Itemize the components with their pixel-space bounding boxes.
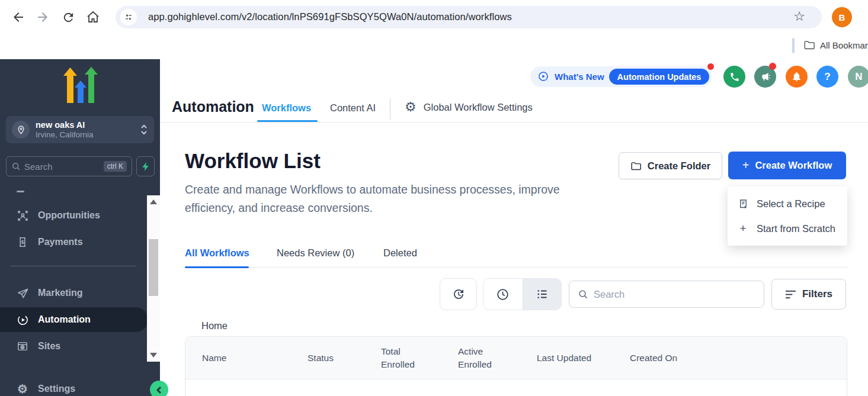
menu-item-label: Start from Scratch <box>757 223 835 234</box>
column-header-total-enrolled: Total Enrolled <box>381 345 428 371</box>
sidebar-scrollbar[interactable] <box>147 195 160 362</box>
tab-workflows[interactable]: Workflows <box>262 102 311 114</box>
whats-new-pill[interactable]: What's New Automation Updates <box>530 66 712 87</box>
tab-needs-review[interactable]: Needs Review (0) <box>277 247 354 259</box>
automation-updates-badge[interactable]: Automation Updates <box>609 69 710 85</box>
phone-button[interactable] <box>723 66 745 88</box>
sidebar-search[interactable]: ctrl K <box>6 156 132 176</box>
workflow-list-title: Workflow List <box>185 149 321 173</box>
location-selector[interactable]: new oaks AI Irvine, California <box>6 116 154 143</box>
bookmark-star-icon[interactable]: ☆ <box>793 9 805 24</box>
column-header-last-updated: Last Updated <box>537 352 591 365</box>
sidebar-item-label: Automation <box>38 314 91 325</box>
column-header-created-on: Created On <box>630 352 677 365</box>
global-workflow-settings-link[interactable]: ⚙ Global Workflow Settings <box>405 101 533 114</box>
create-workflow-button[interactable]: + Create Workflow <box>728 152 846 179</box>
column-header-status: Status <box>308 352 334 365</box>
user-avatar[interactable]: N <box>848 66 868 88</box>
site-settings-icon[interactable] <box>120 9 137 25</box>
marketing-icon <box>16 287 29 300</box>
column-header-active-enrolled: Active Enrolled <box>458 345 505 371</box>
forward-icon[interactable] <box>34 8 52 26</box>
browser-profile-avatar[interactable]: B <box>832 7 852 27</box>
home-icon[interactable] <box>84 8 102 26</box>
scroll-down-arrow[interactable] <box>150 353 157 358</box>
sidebar: new oaks AI Irvine, California ctrl K <box>0 59 160 396</box>
tab-deleted[interactable]: Deleted <box>383 247 417 259</box>
sidebar-item-automation[interactable]: Automation <box>0 307 148 332</box>
sidebar-collapse-button[interactable] <box>150 381 168 396</box>
location-name: new oaks AI <box>36 120 94 130</box>
workflow-list-tabs: All Workflows Needs Review (0) Deleted <box>185 244 847 268</box>
table-header-row: Name Status Total Enrolled Active Enroll… <box>185 337 847 379</box>
back-icon[interactable] <box>9 8 27 26</box>
url-bar[interactable]: app.gohighlevel.com/v2/location/lnPS691g… <box>116 6 822 28</box>
search-icon <box>11 162 21 171</box>
folder-icon <box>630 160 642 172</box>
sidebar-item-settings[interactable]: ⚙ Settings <box>0 377 148 396</box>
browser-profile-initial: B <box>839 12 845 22</box>
sidebar-item-label: Marketing <box>38 288 83 298</box>
phone-icon <box>729 72 740 82</box>
settings-gear-icon: ⚙ <box>16 383 29 395</box>
workflow-search[interactable] <box>569 281 764 308</box>
tab-all-workflows[interactable]: All Workflows <box>185 247 249 259</box>
view-toggle-time[interactable] <box>483 279 523 310</box>
screen: app.gohighlevel.com/v2/location/lnPS691g… <box>0 0 868 396</box>
enrollment-history-button[interactable] <box>440 278 477 310</box>
create-folder-label: Create Folder <box>648 160 710 172</box>
refresh-icon[interactable] <box>59 8 77 26</box>
breadcrumb[interactable]: Home <box>201 320 228 331</box>
workflow-table: Name Status Total Enrolled Active Enroll… <box>185 336 847 396</box>
megaphone-icon <box>760 71 771 82</box>
sidebar-search-shortcut: ctrl K <box>104 161 127 172</box>
sidebar-item-label: Opportunities <box>38 210 100 221</box>
clock-icon <box>495 287 510 302</box>
filters-label: Filters <box>802 288 832 300</box>
browser-toolbar: app.gohighlevel.com/v2/location/lnPS691g… <box>0 0 868 34</box>
dollar-glyph: $ <box>21 239 24 245</box>
view-toggle-list[interactable] <box>523 279 562 310</box>
sidebar-item-opportunities[interactable]: Opportunities <box>0 204 148 227</box>
user-avatar-initial: N <box>855 71 862 83</box>
notifications-button[interactable] <box>786 66 808 88</box>
location-pin-icon <box>12 121 30 139</box>
all-bookmarks-label[interactable]: All Bookmarks <box>820 40 868 50</box>
menu-item-start-from-scratch[interactable]: + Start from Scratch <box>728 216 847 241</box>
url-text: app.gohighlevel.com/v2/location/lnPS691g… <box>148 11 512 22</box>
gear-icon: ⚙ <box>405 101 417 114</box>
list-icon <box>535 287 549 301</box>
create-folder-button[interactable]: Create Folder <box>619 152 722 179</box>
tab-content-ai[interactable]: Content AI <box>330 102 376 114</box>
scroll-up-arrow[interactable] <box>150 199 157 204</box>
quick-actions-button[interactable] <box>136 156 155 176</box>
sidebar-item-payments[interactable]: $ Payments <box>0 230 148 254</box>
menu-item-label: Select a Recipe <box>757 198 825 210</box>
create-workflow-menu: Select a Recipe + Start from Scratch <box>728 186 847 246</box>
question-mark-icon: ? <box>824 71 830 83</box>
scrollbar-thumb[interactable] <box>149 239 158 296</box>
bookmarks-divider <box>792 38 795 53</box>
sidebar-item-sites[interactable]: Sites <box>0 334 148 358</box>
menu-item-select-a-recipe[interactable]: Select a Recipe <box>728 191 847 216</box>
workflow-search-input[interactable] <box>594 289 755 300</box>
global-workflow-settings-label: Global Workflow Settings <box>424 102 533 113</box>
payments-icon: $ <box>16 236 29 248</box>
help-button[interactable]: ? <box>816 66 838 88</box>
gohighlevel-logo <box>55 66 105 105</box>
bolt-icon <box>141 162 150 172</box>
filters-button[interactable]: Filters <box>771 279 846 310</box>
whats-new-icon <box>537 70 550 83</box>
sidebar-divider <box>11 266 136 266</box>
table-row <box>185 379 847 396</box>
bookmarks-folder-icon[interactable] <box>803 39 815 51</box>
scrolled-item-fragment <box>17 191 24 192</box>
sidebar-item-marketing[interactable]: Marketing <box>0 281 148 305</box>
sidebar-item-label: Payments <box>38 237 83 247</box>
filter-icon <box>785 289 796 300</box>
sidebar-item-label: Sites <box>38 341 60 352</box>
plus-icon: + <box>742 159 750 172</box>
column-header-name: Name <box>202 352 226 365</box>
automation-icon <box>16 314 29 326</box>
sidebar-search-input[interactable] <box>24 162 100 172</box>
